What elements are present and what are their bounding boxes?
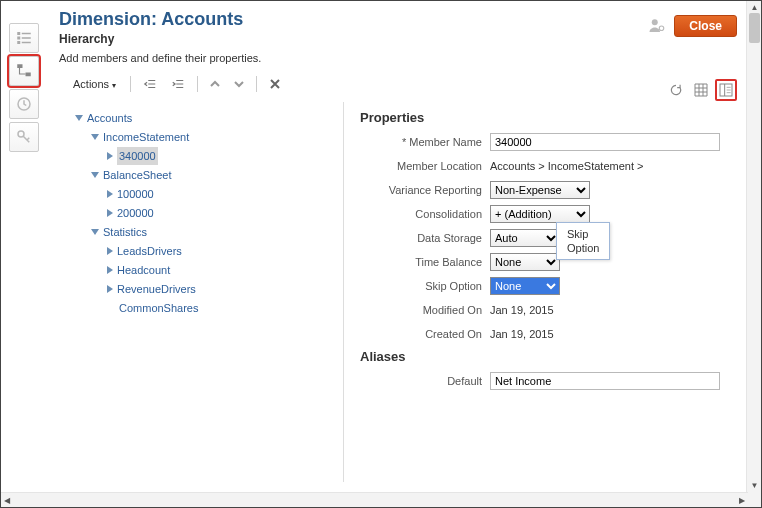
rail-tab-overview[interactable]	[9, 23, 39, 53]
rail-tab-history[interactable]	[9, 89, 39, 119]
tree-node-100000[interactable]: 100000	[107, 185, 339, 203]
label-created-on: Created On	[370, 328, 490, 340]
tree-label: Statistics	[103, 223, 147, 241]
label-member-location: Member Location	[370, 160, 490, 172]
expand-icon[interactable]	[107, 285, 113, 293]
variance-reporting-select[interactable]: Non-Expense	[490, 181, 590, 199]
refresh-button[interactable]	[665, 79, 687, 101]
label-data-storage: Data Storage	[370, 232, 490, 244]
expand-icon[interactable]	[107, 266, 113, 274]
tree-label: Accounts	[87, 109, 132, 127]
outdent-button[interactable]	[139, 75, 161, 93]
tree-label: Headcount	[117, 261, 170, 279]
svg-rect-2	[17, 37, 20, 40]
svg-point-11	[660, 26, 665, 31]
view-switcher	[665, 79, 737, 101]
rail-tab-hierarchy[interactable]	[9, 56, 39, 86]
chevron-up-icon	[210, 79, 220, 89]
default-alias-input[interactable]	[490, 372, 720, 390]
close-button[interactable]: Close	[674, 15, 737, 37]
tree-node-balancesheet[interactable]: BalanceSheet	[91, 166, 339, 184]
section-properties: Properties	[360, 110, 733, 125]
move-down-button[interactable]	[230, 77, 248, 91]
scroll-right-icon[interactable]: ▶	[739, 496, 745, 505]
scroll-down-icon[interactable]: ▼	[750, 481, 759, 490]
clock-icon	[15, 95, 33, 113]
expand-icon[interactable]	[75, 115, 83, 121]
expand-icon[interactable]	[107, 247, 113, 255]
svg-rect-0	[17, 32, 20, 35]
tooltip-line: Option	[567, 241, 599, 255]
hierarchy-icon	[15, 62, 33, 80]
expand-icon[interactable]	[91, 172, 99, 178]
tree-node-revenuedrivers[interactable]: RevenueDrivers	[107, 280, 339, 298]
modified-on-value: Jan 19, 2015	[490, 304, 554, 316]
grid-view-button[interactable]	[690, 79, 712, 101]
tree-label: 100000	[117, 185, 154, 203]
rail-tab-security[interactable]	[9, 122, 39, 152]
toolbar-divider	[256, 76, 257, 92]
scroll-thumb[interactable]	[749, 13, 760, 43]
svg-rect-4	[17, 41, 20, 44]
label-time-balance: Time Balance	[370, 256, 490, 268]
skip-option-select[interactable]: None	[490, 277, 560, 295]
tree-node-commonshares[interactable]: CommonShares	[107, 299, 339, 317]
tree-toolbar: Actions▾	[67, 72, 743, 96]
page-subtitle: Hierarchy	[59, 32, 743, 46]
tree-node-200000[interactable]: 200000	[107, 204, 339, 222]
user-settings-icon[interactable]	[648, 17, 666, 35]
svg-point-10	[652, 19, 658, 25]
toolbar-divider	[130, 76, 131, 92]
page-title: Dimension: Accounts	[59, 9, 743, 30]
horizontal-scrollbar[interactable]: ◀ ▶	[1, 492, 748, 507]
svg-rect-6	[17, 64, 22, 68]
move-up-button[interactable]	[206, 77, 224, 91]
scroll-left-icon[interactable]: ◀	[4, 496, 10, 505]
scroll-up-icon[interactable]: ▲	[750, 3, 759, 12]
helper-text: Add members and define their properties.	[59, 52, 743, 64]
list-icon	[15, 29, 33, 47]
tree-node-incomestatement[interactable]: IncomeStatement	[91, 128, 339, 146]
tree-node-statistics[interactable]: Statistics	[91, 223, 339, 241]
expand-icon[interactable]	[91, 134, 99, 140]
time-balance-select[interactable]: None	[490, 253, 560, 271]
app-frame: Close Dimension: Accounts Hierarchy Add …	[0, 0, 762, 508]
consolidation-select[interactable]: + (Addition)	[490, 205, 590, 223]
member-name-input[interactable]	[490, 133, 720, 151]
indent-button[interactable]	[167, 75, 189, 93]
expand-icon[interactable]	[107, 209, 113, 217]
tree-label: LeadsDrivers	[117, 242, 182, 260]
toolbar-divider	[197, 76, 198, 92]
tree-node-leadsdrivers[interactable]: LeadsDrivers	[107, 242, 339, 260]
section-aliases: Aliases	[360, 349, 733, 364]
label-consolidation: Consolidation	[370, 208, 490, 220]
skip-option-tooltip: Skip Option	[556, 222, 610, 260]
vertical-scrollbar[interactable]: ▲ ▼	[746, 1, 761, 507]
tree-label: RevenueDrivers	[117, 280, 196, 298]
data-storage-select[interactable]: Auto	[490, 229, 560, 247]
expand-icon[interactable]	[107, 152, 113, 160]
detail-view-button[interactable]	[715, 79, 737, 101]
actions-menu[interactable]: Actions▾	[67, 76, 122, 92]
grid-icon	[693, 82, 709, 98]
tooltip-line: Skip	[567, 227, 599, 241]
tree-label: CommonShares	[119, 299, 198, 317]
tree-label: 200000	[117, 204, 154, 222]
main-area: Close Dimension: Accounts Hierarchy Add …	[49, 9, 743, 489]
expand-icon[interactable]	[107, 190, 113, 198]
expand-icon[interactable]	[91, 229, 99, 235]
tree-label: BalanceSheet	[103, 166, 172, 184]
actions-label: Actions	[73, 78, 109, 90]
caret-down-icon: ▾	[112, 81, 116, 90]
delete-button[interactable]	[265, 76, 285, 92]
svg-rect-3	[22, 37, 31, 39]
label-member-name: Member Name	[409, 136, 482, 148]
svg-point-9	[18, 131, 24, 137]
left-nav-rail	[9, 23, 39, 155]
tree-node-headcount[interactable]: Headcount	[107, 261, 339, 279]
close-icon	[269, 78, 281, 90]
tree-node-accounts[interactable]: Accounts	[75, 109, 339, 127]
tree-node-340000[interactable]: 340000	[107, 147, 339, 165]
refresh-icon	[669, 83, 683, 97]
detail-pane-icon	[718, 82, 734, 98]
